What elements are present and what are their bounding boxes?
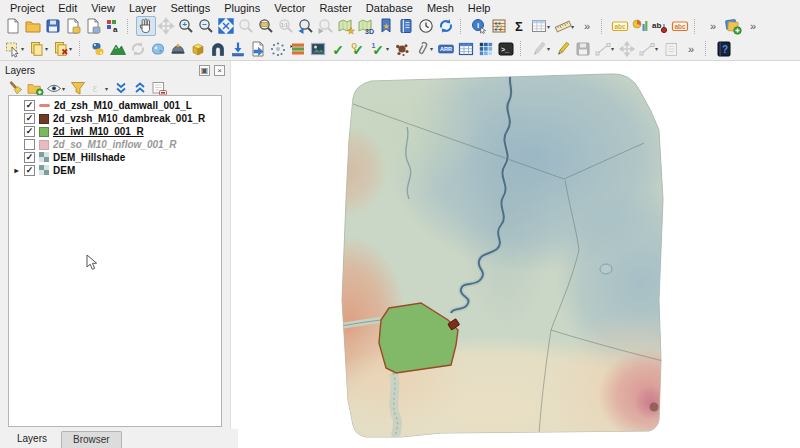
plugin-grid-button[interactable] xyxy=(476,39,496,59)
plugin-table-button[interactable] xyxy=(456,39,476,59)
layer-name[interactable]: 2d_zsh_M10_damwall_001_L xyxy=(54,100,192,111)
layer-visibility-checkbox[interactable]: ✓ xyxy=(24,152,35,163)
plugin-terrain-button[interactable] xyxy=(108,39,128,59)
expand-icon[interactable]: ▸ xyxy=(13,166,20,175)
plugin-import-button[interactable] xyxy=(228,39,248,59)
check-geometry-2-button[interactable]: ✓Q xyxy=(348,39,368,59)
label-overflow-button[interactable]: » xyxy=(703,16,723,36)
highlight-labels-button[interactable]: abc xyxy=(670,16,690,36)
check-geometry-1-button[interactable]: ✓ xyxy=(328,39,348,59)
refresh-map-button[interactable] xyxy=(436,16,456,36)
data-source-manager-button[interactable] xyxy=(723,16,743,36)
plugin-points-button[interactable] xyxy=(268,39,288,59)
layer-row-2d_vzsh_M10_dambreak_001_R[interactable]: ✓2d_vzsh_M10_dambreak_001_R xyxy=(9,112,221,125)
show-spatial-bookmarks-button[interactable] xyxy=(396,16,416,36)
field-calculator-button[interactable] xyxy=(489,16,509,36)
pin-labels-button[interactable]: ab xyxy=(650,16,670,36)
layer-visibility-checkbox[interactable]: ✓ xyxy=(24,113,35,124)
svg-text:1: 1 xyxy=(372,42,376,49)
deselect-features-button[interactable] xyxy=(51,39,71,59)
help-button[interactable]: ? xyxy=(714,39,734,59)
svg-text:ε: ε xyxy=(93,82,98,94)
layer-visibility-checkbox[interactable]: ✓ xyxy=(24,100,35,111)
plugin-builder-button[interactable] xyxy=(168,39,188,59)
menu-view[interactable]: View xyxy=(84,1,122,15)
dock-tab-browser[interactable]: Browser xyxy=(61,431,122,448)
temporal-controller-button[interactable] xyxy=(416,16,436,36)
layer-name[interactable]: 2d_vzsh_M10_dambreak_001_R xyxy=(53,113,205,124)
menu-edit[interactable]: Edit xyxy=(51,1,84,15)
identify-features-button[interactable]: i xyxy=(469,16,489,36)
menu-vector[interactable]: Vector xyxy=(267,1,312,15)
layer-name[interactable]: 2d_iwl_M10_001_R xyxy=(53,126,144,137)
attributes-overflow-button[interactable]: » xyxy=(577,16,597,36)
check-geometry-3-button[interactable]: ✓1 xyxy=(368,39,388,59)
layer-row-DEM_Hillshade[interactable]: ✓DEM_Hillshade xyxy=(9,151,221,164)
plugin-3d-box-button[interactable] xyxy=(188,39,208,59)
menu-database[interactable]: Database xyxy=(359,1,420,15)
select-features-by-value-button[interactable] xyxy=(27,39,47,59)
arr-tool-button[interactable]: ARR xyxy=(436,39,456,59)
zoom-full-extent-button[interactable] xyxy=(216,16,236,36)
plugin-flood-button[interactable] xyxy=(148,39,168,59)
plugin-console-button[interactable]: >_ xyxy=(496,39,516,59)
svg-text:»: » xyxy=(688,43,694,55)
save-project-button[interactable] xyxy=(43,16,63,36)
measure-button[interactable] xyxy=(553,16,573,36)
python-console-button[interactable] xyxy=(88,39,108,59)
new-3d-map-view-button[interactable]: 3D xyxy=(356,16,376,36)
layer-row-2d_so_M10_inflow_001_R[interactable]: 2d_so_M10_inflow_001_R xyxy=(9,138,221,151)
layer-labeling-options-button[interactable]: abc xyxy=(610,16,630,36)
close-panel-button[interactable]: × xyxy=(214,65,225,76)
fill-symbol-icon xyxy=(39,140,49,150)
plugin-export-button[interactable] xyxy=(248,39,268,59)
open-attribute-table-button[interactable] xyxy=(529,16,549,36)
menu-mesh[interactable]: Mesh xyxy=(420,1,461,15)
new-map-view-button[interactable]: ★ xyxy=(336,16,356,36)
menu-layer[interactable]: Layer xyxy=(122,1,164,15)
layer-row-2d_zsh_M10_damwall_001_L[interactable]: ✓2d_zsh_M10_damwall_001_L xyxy=(9,99,221,112)
layer-name[interactable]: DEM xyxy=(53,165,75,176)
zoom-in-button[interactable]: + xyxy=(176,16,196,36)
menu-raster[interactable]: Raster xyxy=(312,1,358,15)
layer-row-2d_iwl_M10_001_R[interactable]: ✓2d_iwl_M10_001_R xyxy=(9,125,221,138)
new-print-layout-button[interactable] xyxy=(63,16,83,36)
zoom-out-button[interactable]: − xyxy=(196,16,216,36)
plugin-splat-button[interactable] xyxy=(392,39,412,59)
svg-text:>_: >_ xyxy=(501,45,509,52)
layer-visibility-checkbox[interactable]: ✓ xyxy=(24,126,35,137)
map-canvas[interactable] xyxy=(230,61,800,448)
layer-visibility-checkbox[interactable]: ✓ xyxy=(24,165,35,176)
layer-row-DEM[interactable]: ▸✓DEM xyxy=(9,164,221,177)
zoom-to-layer-button[interactable] xyxy=(256,16,276,36)
menu-project[interactable]: Project xyxy=(3,1,51,15)
pan-map-button[interactable] xyxy=(136,16,156,36)
statistical-summary-button[interactable]: Σ xyxy=(509,16,529,36)
select-features-button[interactable] xyxy=(3,39,23,59)
qgis-window: ProjectEditViewLayerSettingsPluginsVecto… xyxy=(0,0,800,448)
menu-settings[interactable]: Settings xyxy=(163,1,217,15)
layer-visibility-checkbox[interactable] xyxy=(24,139,35,150)
show-layout-manager-button[interactable] xyxy=(83,16,103,36)
new-spatial-bookmark-button[interactable]: ★ xyxy=(376,16,396,36)
layer-name[interactable]: DEM_Hillshade xyxy=(53,152,125,163)
toggle-editing-button[interactable] xyxy=(553,39,573,59)
new-project-button[interactable] xyxy=(3,16,23,36)
menu-help[interactable]: Help xyxy=(461,1,498,15)
layer-diagram-options-button[interactable] xyxy=(630,16,650,36)
zoom-last-button[interactable] xyxy=(296,16,316,36)
dock-tab-layers[interactable]: Layers xyxy=(6,431,58,448)
plugin-plot-button[interactable] xyxy=(308,39,328,59)
plugin-culvert-button[interactable] xyxy=(208,39,228,59)
plugin-profile-button[interactable] xyxy=(288,39,308,59)
layer-name[interactable]: 2d_so_M10_inflow_001_R xyxy=(53,139,176,150)
attachments-button[interactable] xyxy=(412,39,432,59)
main-overflow-button[interactable]: » xyxy=(743,16,763,36)
svg-text:+: + xyxy=(182,20,187,29)
svg-text:ab: ab xyxy=(652,21,661,30)
digitizing-overflow-button[interactable]: » xyxy=(681,39,701,59)
style-manager-button[interactable]: a xyxy=(103,16,123,36)
open-project-button[interactable] xyxy=(23,16,43,36)
float-panel-button[interactable]: ▣ xyxy=(199,65,210,76)
menu-plugins[interactable]: Plugins xyxy=(217,1,267,15)
